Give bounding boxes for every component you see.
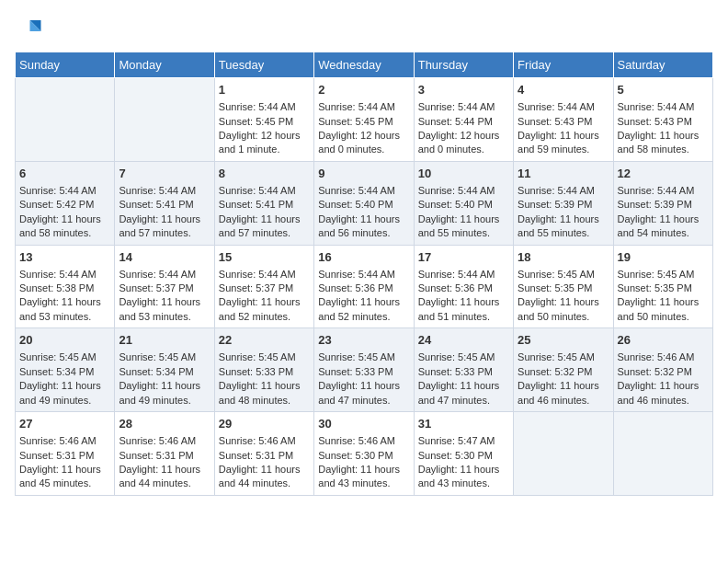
- sunset-text: Sunset: 5:33 PM: [418, 365, 509, 379]
- calendar-cell: 11Sunrise: 5:44 AMSunset: 5:39 PMDayligh…: [514, 161, 613, 245]
- day-number: 24: [418, 332, 509, 349]
- sunrise-text: Sunrise: 5:44 AM: [418, 100, 509, 114]
- day-number: 30: [318, 416, 409, 432]
- calendar-cell: 29Sunrise: 5:46 AMSunset: 5:31 PMDayligh…: [214, 412, 313, 496]
- page-header: [15, 15, 713, 42]
- daylight-text: Daylight: 11 hours and 54 minutes.: [618, 213, 709, 241]
- day-number: 11: [518, 166, 609, 182]
- calendar-cell: 31Sunrise: 5:47 AMSunset: 5:30 PMDayligh…: [414, 412, 513, 496]
- calendar-week-row: 6Sunrise: 5:44 AMSunset: 5:42 PMDaylight…: [16, 161, 713, 245]
- sunset-text: Sunset: 5:37 PM: [219, 282, 310, 295]
- calendar-cell: 26Sunrise: 5:46 AMSunset: 5:32 PMDayligh…: [613, 328, 712, 412]
- sunset-text: Sunset: 5:37 PM: [119, 282, 210, 295]
- calendar-cell: 30Sunrise: 5:46 AMSunset: 5:30 PMDayligh…: [314, 412, 414, 496]
- sunset-text: Sunset: 5:34 PM: [19, 365, 110, 379]
- calendar-week-row: 13Sunrise: 5:44 AMSunset: 5:38 PMDayligh…: [16, 245, 713, 328]
- calendar-cell: 23Sunrise: 5:45 AMSunset: 5:33 PMDayligh…: [314, 328, 414, 412]
- sunset-text: Sunset: 5:35 PM: [618, 282, 709, 295]
- daylight-text: Daylight: 11 hours and 52 minutes.: [219, 295, 310, 324]
- calendar-cell: 3Sunrise: 5:44 AMSunset: 5:44 PMDaylight…: [414, 78, 513, 162]
- daylight-text: Daylight: 11 hours and 59 minutes.: [518, 129, 609, 157]
- sunset-text: Sunset: 5:42 PM: [19, 198, 110, 212]
- calendar-cell: 14Sunrise: 5:44 AMSunset: 5:37 PMDayligh…: [115, 245, 214, 328]
- sunset-text: Sunset: 5:30 PM: [418, 449, 509, 463]
- sunrise-text: Sunrise: 5:45 AM: [518, 350, 609, 364]
- calendar-cell: 17Sunrise: 5:44 AMSunset: 5:36 PMDayligh…: [414, 245, 513, 328]
- daylight-text: Daylight: 11 hours and 47 minutes.: [418, 379, 509, 408]
- sunrise-text: Sunrise: 5:45 AM: [618, 268, 709, 282]
- day-number: 12: [618, 166, 709, 182]
- sunrise-text: Sunrise: 5:47 AM: [418, 434, 509, 448]
- calendar-cell: 19Sunrise: 5:45 AMSunset: 5:35 PMDayligh…: [613, 245, 712, 328]
- daylight-text: Daylight: 11 hours and 53 minutes.: [119, 295, 210, 324]
- column-header-wednesday: Wednesday: [314, 52, 414, 78]
- day-number: 21: [119, 332, 210, 349]
- sunrise-text: Sunrise: 5:44 AM: [219, 268, 310, 282]
- calendar-cell: 6Sunrise: 5:44 AMSunset: 5:42 PMDaylight…: [16, 161, 115, 245]
- daylight-text: Daylight: 12 hours and 0 minutes.: [418, 129, 509, 157]
- daylight-text: Daylight: 11 hours and 56 minutes.: [318, 213, 409, 241]
- daylight-text: Daylight: 11 hours and 46 minutes.: [618, 379, 709, 408]
- calendar-cell: 5Sunrise: 5:44 AMSunset: 5:43 PMDaylight…: [613, 78, 712, 162]
- sunset-text: Sunset: 5:45 PM: [318, 115, 409, 129]
- sunset-text: Sunset: 5:35 PM: [518, 282, 609, 295]
- sunset-text: Sunset: 5:43 PM: [618, 115, 709, 129]
- sunset-text: Sunset: 5:39 PM: [518, 198, 609, 212]
- sunrise-text: Sunrise: 5:45 AM: [19, 350, 110, 364]
- calendar-cell: [613, 412, 712, 496]
- daylight-text: Daylight: 11 hours and 47 minutes.: [318, 379, 409, 408]
- daylight-text: Daylight: 12 hours and 1 minute.: [219, 129, 310, 157]
- calendar-cell: 21Sunrise: 5:45 AMSunset: 5:34 PMDayligh…: [115, 328, 214, 412]
- daylight-text: Daylight: 11 hours and 58 minutes.: [19, 213, 110, 241]
- sunset-text: Sunset: 5:41 PM: [219, 198, 310, 212]
- sunset-text: Sunset: 5:43 PM: [518, 115, 609, 129]
- calendar-cell: 15Sunrise: 5:44 AMSunset: 5:37 PMDayligh…: [214, 245, 313, 328]
- day-number: 29: [219, 416, 310, 432]
- sunrise-text: Sunrise: 5:46 AM: [19, 434, 110, 448]
- column-header-friday: Friday: [514, 52, 613, 78]
- calendar-cell: 28Sunrise: 5:46 AMSunset: 5:31 PMDayligh…: [115, 412, 214, 496]
- sunrise-text: Sunrise: 5:45 AM: [418, 350, 509, 364]
- sunrise-text: Sunrise: 5:44 AM: [518, 100, 609, 114]
- day-number: 1: [219, 82, 310, 98]
- daylight-text: Daylight: 11 hours and 46 minutes.: [518, 379, 609, 408]
- sunrise-text: Sunrise: 5:44 AM: [19, 268, 110, 282]
- column-header-sunday: Sunday: [16, 52, 115, 78]
- sunset-text: Sunset: 5:40 PM: [418, 198, 509, 212]
- sunset-text: Sunset: 5:31 PM: [219, 449, 310, 463]
- calendar-cell: 9Sunrise: 5:44 AMSunset: 5:40 PMDaylight…: [314, 161, 414, 245]
- calendar-week-row: 27Sunrise: 5:46 AMSunset: 5:31 PMDayligh…: [16, 412, 713, 496]
- calendar-week-row: 20Sunrise: 5:45 AMSunset: 5:34 PMDayligh…: [16, 328, 713, 412]
- day-number: 18: [518, 249, 609, 266]
- calendar-cell: [514, 412, 613, 496]
- sunset-text: Sunset: 5:41 PM: [119, 198, 210, 212]
- sunset-text: Sunset: 5:36 PM: [318, 282, 409, 295]
- day-number: 27: [19, 416, 110, 432]
- daylight-text: Daylight: 11 hours and 57 minutes.: [119, 213, 210, 241]
- day-number: 22: [219, 332, 310, 349]
- sunset-text: Sunset: 5:33 PM: [318, 365, 409, 379]
- day-number: 13: [19, 249, 110, 266]
- daylight-text: Daylight: 11 hours and 44 minutes.: [119, 463, 210, 491]
- daylight-text: Daylight: 11 hours and 43 minutes.: [318, 463, 409, 491]
- sunrise-text: Sunrise: 5:44 AM: [418, 184, 509, 198]
- sunrise-text: Sunrise: 5:44 AM: [219, 100, 310, 114]
- sunset-text: Sunset: 5:32 PM: [618, 365, 709, 379]
- day-number: 2: [318, 82, 409, 98]
- calendar-cell: [115, 78, 214, 162]
- day-number: 15: [219, 249, 310, 266]
- day-number: 4: [518, 82, 609, 98]
- day-number: 9: [318, 166, 409, 182]
- sunrise-text: Sunrise: 5:44 AM: [518, 184, 609, 198]
- sunset-text: Sunset: 5:40 PM: [318, 198, 409, 212]
- day-number: 5: [618, 82, 709, 98]
- sunrise-text: Sunrise: 5:44 AM: [318, 100, 409, 114]
- sunrise-text: Sunrise: 5:45 AM: [318, 350, 409, 364]
- sunrise-text: Sunrise: 5:46 AM: [618, 350, 709, 364]
- day-number: 17: [418, 249, 509, 266]
- calendar-cell: 1Sunrise: 5:44 AMSunset: 5:45 PMDaylight…: [214, 78, 313, 162]
- sunrise-text: Sunrise: 5:44 AM: [418, 268, 509, 282]
- day-number: 16: [318, 249, 409, 266]
- sunset-text: Sunset: 5:36 PM: [418, 282, 509, 295]
- daylight-text: Daylight: 11 hours and 50 minutes.: [518, 295, 609, 324]
